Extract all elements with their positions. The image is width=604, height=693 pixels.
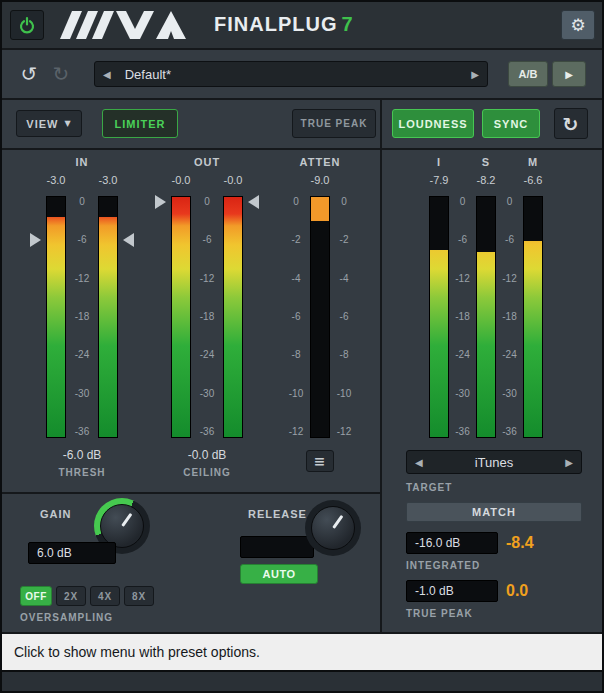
match-button[interactable]: MATCH [406,502,582,522]
atten-scale-left: 0-2-4-6-8-10-12 [284,150,308,480]
in-meter-right-bar [98,196,118,438]
release-knob[interactable] [305,500,361,556]
true-peak-toggle-button[interactable]: TRUE PEAK [292,109,376,138]
scale-tick: -12 [191,274,223,284]
thresh-marker-right[interactable] [123,233,134,247]
plugin-title-text: FINALPLUG [214,13,337,35]
scale-tick: -36 [449,427,476,437]
scale-tick: -10 [332,389,356,399]
ceiling-marker-left[interactable] [155,195,166,209]
meter-mask [477,197,495,252]
meter-mask [524,197,542,241]
target-prev-icon[interactable]: ◀ [415,457,423,468]
scale-tick: -10 [284,389,308,399]
true-peak-field-value: -1.0 dB [415,584,454,598]
target-name[interactable]: iTunes [423,455,566,470]
sync-toggle-button[interactable]: SYNC [482,109,540,138]
scale-tick: -6 [191,235,223,245]
preset-name[interactable]: Default* [111,67,472,82]
in-meter-left-bar [46,196,66,438]
scale-tick: -30 [66,389,98,399]
scale-tick: -6 [449,235,476,245]
oversampling-2x-label: 2X [64,591,78,602]
scale-tick: -36 [496,427,523,437]
scale-tick: -36 [191,427,223,437]
ab-compare-button[interactable]: A/B [508,61,548,87]
out-meter-right-bar [223,196,243,438]
oversampling-2x-button[interactable]: 2X [56,586,86,606]
scale-tick: -30 [191,389,223,399]
scale-tick: -6 [66,235,98,245]
loudness-scale-1: 0-6-12-18-24-30-36 [449,150,476,480]
true-peak-target-field[interactable]: -1.0 dB [406,580,498,602]
redo-button[interactable]: ↻ [46,60,76,88]
plugin-title-version: 7 [341,13,353,35]
preset-prev-icon[interactable]: ◀ [103,69,111,80]
plugin-title: FINALPLUG7 [214,13,354,36]
scale-tick: 0 [191,197,223,207]
atten-scale-right: 0-2-4-6-8-10-12 [332,150,356,480]
view-label: VIEW [26,118,58,130]
loudness-i-bar [429,196,449,438]
redo-icon: ↻ [53,62,70,86]
undo-icon: ↺ [21,62,38,86]
loudness-reset-button[interactable]: ↻ [554,108,588,139]
limiter-toggle-button[interactable]: LIMITER [102,109,178,138]
oversampling-off-label: OFF [25,591,47,602]
oversampling-8x-label: 8X [132,591,146,602]
power-button[interactable] [10,10,44,40]
oversampling-label: OVERSAMPLING [20,612,113,623]
loudness-toggle-button[interactable]: LOUDNESS [392,109,474,138]
dynamics-panel: GAIN 6.0 dB RELEASE AUTO OFF 2X [2,494,382,634]
meter-panel: IN -3.0 -3.0 0-6-12-18-24-30-36 -6.0 dB … [2,150,382,494]
oversampling-4x-button[interactable]: 4X [90,586,120,606]
ceiling-readout[interactable]: -0.0 dB [157,448,257,462]
scale-tick: 0 [66,197,98,207]
hamburger-menu-icon: ≡ [314,453,327,469]
scale-tick: -12 [332,427,356,437]
auto-release-button[interactable]: AUTO [240,564,318,584]
scale-tick: -24 [496,350,523,360]
header-bar: FINALPLUG7 ⚙ [2,2,602,50]
scale-tick: 0 [284,197,308,207]
limiter-label: LIMITER [115,118,166,130]
match-label: MATCH [472,506,516,518]
preset-selector[interactable]: ◀ Default* ▶ [94,61,488,87]
loudness-m-bar [523,196,543,438]
ceiling-marker-right[interactable] [248,195,259,209]
preset-next-icon[interactable]: ▶ [471,69,479,80]
sync-label: SYNC [494,118,529,130]
scale-tick: -6 [496,235,523,245]
oversampling-off-button[interactable]: OFF [20,586,52,606]
scale-tick: -24 [449,350,476,360]
meter-menu-button[interactable]: ≡ [306,450,334,472]
settings-button[interactable]: ⚙ [561,10,595,40]
gain-value-field[interactable]: 6.0 dB [28,542,116,564]
integrated-field-value: -16.0 dB [415,536,460,550]
scale-tick: -6 [332,312,356,322]
true-peak-measured-value: 0.0 [506,582,578,600]
preset-bar: ↺ ↻ ◀ Default* ▶ A/B ▶ [2,50,602,100]
target-selector[interactable]: ◀ iTunes ▶ [406,450,582,474]
release-value-field[interactable] [240,536,314,558]
ab-copy-button[interactable]: ▶ [552,61,586,87]
undo-button[interactable]: ↺ [14,60,44,88]
oversampling-8x-button[interactable]: 8X [124,586,154,606]
meter-mask [430,197,448,250]
gain-label: GAIN [40,508,90,520]
scale-tick: -2 [332,235,356,245]
view-menu-button[interactable]: VIEW ▼ [16,110,82,137]
integrated-target-field[interactable]: -16.0 dB [406,532,498,554]
loudness-scale-2: 0-6-12-18-24-30-36 [496,150,523,480]
true-peak-label: TRUE PEAK [301,118,368,129]
scale-tick: -18 [449,312,476,322]
thresh-marker-left[interactable] [30,233,41,247]
thresh-readout[interactable]: -6.0 dB [32,448,132,462]
status-message: Click to show menu with preset options. [14,644,260,660]
scale-tick: -12 [449,274,476,284]
loudness-label: LOUDNESS [398,118,467,130]
scale-tick: 0 [449,197,476,207]
target-next-icon[interactable]: ▶ [565,457,573,468]
bottom-strip [2,670,602,691]
scale-tick: -36 [66,427,98,437]
